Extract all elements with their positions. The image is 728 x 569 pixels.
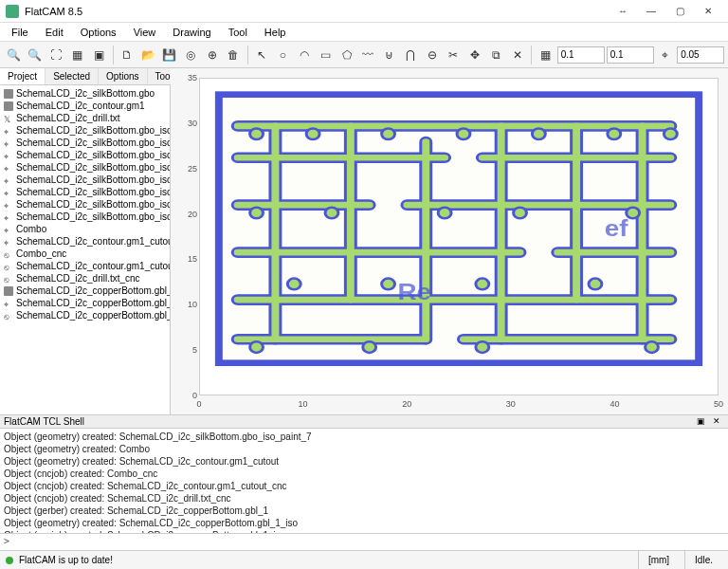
zoom-out-icon[interactable]: 🔍 xyxy=(26,45,46,65)
open-excellon-icon[interactable]: ⊕ xyxy=(203,45,223,65)
object-icon xyxy=(4,188,13,197)
tree-item[interactable]: SchemaLCD_i2c_copperBottom.gbl_1_iso xyxy=(2,297,168,309)
move-icon[interactable]: ✥ xyxy=(465,45,485,65)
tree-item[interactable]: SchemaLCD_i2c_drill.txt xyxy=(2,112,168,124)
svg-point-14 xyxy=(382,279,395,290)
svg-point-16 xyxy=(589,279,602,290)
tree-item-label: SchemaLCD_i2c_silkBottom.gbo_iso_paint xyxy=(16,211,170,222)
svg-point-4 xyxy=(457,128,470,139)
toolbar-separator xyxy=(113,46,114,64)
tree-item[interactable]: SchemaLCD_i2c_drill.txt_cnc xyxy=(2,272,168,284)
delete-icon[interactable]: 🗑 xyxy=(224,45,244,65)
tree-item-label: SchemaLCD_i2c_contour.gm1_cutout xyxy=(16,236,170,247)
svg-point-3 xyxy=(382,128,395,139)
tree-item[interactable]: SchemaLCD_i2c_copperBottom.gbl_1 xyxy=(2,284,168,297)
menu-view[interactable]: View xyxy=(126,25,164,40)
tree-item[interactable]: SchemaLCD_i2c_silkBottom.gbo_iso_paint xyxy=(2,149,168,161)
intersect-icon[interactable]: ⋂ xyxy=(401,45,421,65)
tree-item[interactable]: SchemaLCD_i2c_silkBottom.gbo_iso_paint xyxy=(2,161,168,174)
shell-output[interactable]: Object (geometry) created: SchemaLCD_i2c… xyxy=(0,429,728,533)
maximize-button[interactable]: ▢ xyxy=(665,1,694,22)
tree-item[interactable]: SchemaLCD_i2c_silkBottom.gbo xyxy=(2,87,168,100)
project-tree[interactable]: SchemaLCD_i2c_silkBottom.gboSchemaLCD_i2… xyxy=(0,85,170,414)
grid-x-input[interactable] xyxy=(557,46,605,64)
close-button[interactable]: ✕ xyxy=(694,1,722,22)
tree-item[interactable]: SchemaLCD_i2c_contour.gm1_cutout_cnc xyxy=(2,260,168,272)
tree-item[interactable]: Combo xyxy=(2,223,168,235)
svg-point-15 xyxy=(476,279,489,290)
window-title: FlatCAM 8.5 xyxy=(25,6,609,17)
menu-edit[interactable]: Edit xyxy=(38,25,71,40)
grid-icon[interactable]: ▦ xyxy=(536,45,555,65)
status-units: [mm] xyxy=(638,551,679,569)
menu-tool[interactable]: Tool xyxy=(221,25,255,40)
tree-item[interactable]: SchemaLCD_i2c_silkBottom.gbo_iso_paint xyxy=(2,211,168,223)
svg-point-11 xyxy=(514,208,527,219)
zoom-in-icon[interactable]: 🔍 xyxy=(4,45,24,65)
save-icon[interactable]: 💾 xyxy=(160,45,180,65)
tree-item[interactable]: SchemaLCD_i2c_silkBottom.gbo_iso_paint xyxy=(2,174,168,186)
minimize-button[interactable]: — xyxy=(637,1,665,22)
menu-file[interactable]: File xyxy=(4,25,36,40)
toolbar: 🔍 🔍 ⛶ ▦ ▣ 🗋 📂 💾 ◎ ⊕ 🗑 ↖ ○ ◠ ▭ ⬠ 〰 ⊎ ⋂ ⊖ … xyxy=(0,42,728,68)
tree-item[interactable]: SchemaLCD_i2c_silkBottom.gbo_iso_paint xyxy=(2,137,168,149)
grid-y-input[interactable] xyxy=(607,46,654,64)
shell-prompt: > xyxy=(2,534,11,550)
tree-item-label: SchemaLCD_i2c_silkBottom.gbo_iso_paint xyxy=(16,174,170,185)
tree-item[interactable]: SchemaLCD_i2c_copperBottom.gbl_1_iso xyxy=(2,309,168,321)
svg-point-6 xyxy=(608,128,621,139)
tree-item[interactable]: SchemaLCD_i2c_silkBottom.gbo_iso_paint xyxy=(2,198,168,211)
snap-icon[interactable]: ⌖ xyxy=(656,45,676,65)
menu-bar: File Edit Options View Drawing Tool Help xyxy=(0,23,728,42)
menu-help[interactable]: Help xyxy=(257,25,294,40)
tree-item[interactable]: SchemaLCD_i2c_contour.gm1 xyxy=(2,100,168,112)
draw-rect-icon[interactable]: ▭ xyxy=(316,45,336,65)
plot-area[interactable]: Re ef xyxy=(199,78,719,395)
canvas[interactable]: 35302520151050 xyxy=(171,68,728,414)
tree-item-label: SchemaLCD_i2c_copperBottom.gbl_1_iso xyxy=(16,310,170,321)
tab-options[interactable]: Options xyxy=(99,68,147,84)
snap-input[interactable] xyxy=(677,46,724,64)
tree-item-label: SchemaLCD_i2c_silkBottom.gbo_iso_paint xyxy=(16,138,170,148)
zoom-fit-icon[interactable]: ⛶ xyxy=(46,45,66,65)
shell-input[interactable] xyxy=(11,534,726,550)
menu-drawing[interactable]: Drawing xyxy=(165,25,218,40)
draw-arc-icon[interactable]: ◠ xyxy=(295,45,315,65)
tree-item-label: SchemaLCD_i2c_silkBottom.gbo_iso_paint xyxy=(16,162,170,173)
replot-icon[interactable]: ▣ xyxy=(89,45,109,65)
tree-item-label: SchemaLCD_i2c_silkBottom.gbo_iso_paint xyxy=(16,187,170,197)
tree-item-label: SchemaLCD_i2c_silkBottom.gbo_iso xyxy=(16,125,170,136)
open-gerber-icon[interactable]: ◎ xyxy=(181,45,201,65)
cut-path-icon[interactable]: ✂ xyxy=(444,45,464,65)
copy-icon[interactable]: ⧉ xyxy=(486,45,506,65)
axis-y: 35302520151050 xyxy=(180,78,199,395)
axis-x: 01020304050 xyxy=(199,399,719,413)
tree-item[interactable]: SchemaLCD_i2c_silkBottom.gbo_iso xyxy=(2,124,168,137)
open-icon[interactable]: 📂 xyxy=(138,45,158,65)
svg-text:ef: ef xyxy=(605,217,628,241)
select-icon[interactable]: ↖ xyxy=(252,45,272,65)
draw-circle-icon[interactable]: ○ xyxy=(273,45,293,65)
tree-item-label: SchemaLCD_i2c_copperBottom.gbl_1 xyxy=(16,285,170,296)
svg-point-7 xyxy=(664,128,677,139)
shell-float-icon[interactable]: ▣ xyxy=(693,416,709,427)
new-icon[interactable]: 🗋 xyxy=(118,45,137,65)
menu-options[interactable]: Options xyxy=(73,25,124,40)
clear-plot-icon[interactable]: ▦ xyxy=(68,45,88,65)
draw-poly-icon[interactable]: ⬠ xyxy=(337,45,357,65)
delete-shape-icon[interactable]: ✕ xyxy=(508,45,528,65)
union-icon[interactable]: ⊎ xyxy=(380,45,400,65)
tree-item[interactable]: SchemaLCD_i2c_contour.gm1_cutout xyxy=(2,235,168,248)
tab-project[interactable]: Project xyxy=(0,68,46,84)
object-icon xyxy=(4,126,13,136)
tab-selected[interactable]: Selected xyxy=(46,68,99,84)
status-state: Idle. xyxy=(684,551,722,569)
window-extra-icon[interactable]: ↔ xyxy=(609,1,637,22)
tree-item[interactable]: SchemaLCD_i2c_silkBottom.gbo_iso_paint xyxy=(2,186,168,198)
draw-path-icon[interactable]: 〰 xyxy=(358,45,378,65)
object-icon xyxy=(4,286,13,296)
shell-close-icon[interactable]: ✕ xyxy=(709,416,724,427)
tree-item-label: SchemaLCD_i2c_contour.gm1 xyxy=(16,101,145,111)
tree-item[interactable]: Combo_cnc xyxy=(2,248,168,260)
subtract-icon[interactable]: ⊖ xyxy=(423,45,443,65)
